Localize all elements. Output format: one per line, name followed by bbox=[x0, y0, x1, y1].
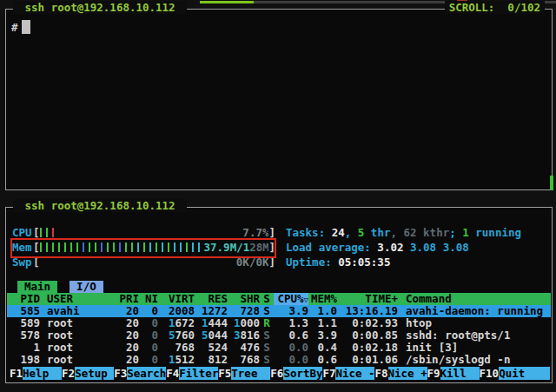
fn-key-f9: F9 bbox=[427, 367, 440, 380]
meter-bar bbox=[156, 243, 157, 252]
number-rest: 044 bbox=[208, 329, 228, 342]
text-segment: Load average: bbox=[286, 241, 377, 254]
cell-value: 476 bbox=[240, 342, 260, 354]
mem-meter: Mem[37.9M/128M] bbox=[12, 241, 275, 254]
meter-bar bbox=[162, 243, 163, 252]
cell-cmd: avahi-daemon: running bbox=[398, 305, 551, 317]
fn-key-f1: F1 bbox=[10, 367, 23, 380]
cell-value: 0 bbox=[151, 305, 158, 317]
cell-value: 768 bbox=[175, 342, 195, 354]
swp-meter-label: Swp bbox=[12, 256, 33, 269]
cell-res: 1444 bbox=[195, 317, 228, 329]
table-row[interactable]: 1root200768524476S0.00.40:02.18init [3] bbox=[7, 342, 551, 354]
fn-button-setup[interactable]: Setup bbox=[75, 367, 114, 380]
function-key-bar: F1HelpF2SetupF3SearchF4FilterF5TreeF6Sor… bbox=[10, 367, 550, 380]
column-header-label: S bbox=[263, 293, 270, 305]
meter-bar bbox=[180, 243, 182, 252]
cell-value: 0.4 bbox=[317, 342, 337, 354]
process-rows: 585avahi20020081272728S3.91.013:16.19ava… bbox=[7, 305, 551, 366]
cell-value: 0:00.85 bbox=[352, 329, 398, 342]
shell-prompt-line[interactable]: # bbox=[11, 20, 30, 34]
fn-button-tree[interactable]: Tree bbox=[231, 367, 270, 380]
cell-cpu: 1.3 bbox=[274, 317, 308, 329]
cell-mem: 0.4 bbox=[308, 342, 337, 354]
cpu-value: 0.0 bbox=[288, 354, 308, 366]
process-table-header[interactable]: PIDUSERPRINIVIRTRESSHRSCPU%▽MEM%TIME+Com… bbox=[7, 293, 551, 305]
text-segment: 05:05:35 bbox=[338, 256, 390, 269]
column-header-label: SHR bbox=[240, 293, 260, 305]
cell-virt: 1672 bbox=[158, 317, 195, 329]
cell-cmd: sshd: root@pts/1 bbox=[398, 329, 551, 342]
cell-value: 20 bbox=[126, 329, 139, 342]
cell-value: root bbox=[47, 342, 73, 354]
fn-button-filter[interactable]: Filter bbox=[179, 367, 218, 380]
meter-bar bbox=[89, 243, 90, 252]
meter-bar bbox=[119, 243, 121, 252]
meter-bar bbox=[95, 243, 96, 252]
column-header-res[interactable]: RES bbox=[195, 293, 228, 305]
column-header-shr[interactable]: SHR bbox=[228, 293, 260, 305]
meter-bar bbox=[52, 228, 54, 237]
summary-line: Load average: 3.02 3.08 3.08 bbox=[286, 241, 469, 254]
number-rest: 760 bbox=[175, 329, 195, 342]
table-row[interactable]: 578root200576050443816S0.63.90:00.85sshd… bbox=[7, 329, 551, 342]
text-segment: 0K/0K bbox=[236, 256, 269, 268]
column-header-mem[interactable]: MEM% bbox=[308, 293, 337, 305]
fn-button-quit[interactable]: Quit bbox=[499, 367, 550, 380]
fn-button-search[interactable]: Search bbox=[127, 367, 166, 380]
cell-shr: 728 bbox=[228, 305, 260, 317]
summary-line: Tasks: 24, 5 thr, 62 kthr; 1 running bbox=[286, 226, 521, 239]
cell-pri: 20 bbox=[113, 354, 139, 366]
cell-time: 0:02.18 bbox=[337, 342, 398, 354]
cell-value: 0.6 bbox=[317, 354, 337, 366]
number-rest: 672 bbox=[175, 317, 195, 329]
shell-prompt: # bbox=[11, 21, 18, 34]
fn-key-f8: F8 bbox=[374, 367, 387, 380]
fn-button-kill[interactable]: Kill bbox=[440, 367, 480, 380]
meter-line-swp: Swp[0K/0K]Uptime: 05:05:35 bbox=[12, 255, 548, 269]
cell-pid: 589 bbox=[12, 317, 40, 329]
cell-value: avahi-daemon: running bbox=[406, 305, 543, 317]
column-header-ni[interactable]: NI bbox=[139, 293, 158, 305]
cell-value: S bbox=[263, 305, 270, 317]
column-header-pid[interactable]: PID bbox=[12, 293, 40, 305]
cell-user: root bbox=[40, 342, 113, 354]
cell-mem: 1.1 bbox=[308, 317, 337, 329]
tab-main[interactable]: Main bbox=[17, 281, 57, 293]
column-header-label: RES bbox=[208, 293, 228, 305]
cell-cpu: 0.0 bbox=[274, 354, 308, 366]
column-header-pri[interactable]: PRI bbox=[113, 293, 139, 305]
column-header-time[interactable]: TIME+ bbox=[337, 293, 398, 305]
column-header-s[interactable]: S bbox=[260, 293, 274, 305]
column-header-cmd[interactable]: Command bbox=[398, 293, 551, 305]
cell-value: 0:02.93 bbox=[352, 317, 398, 329]
tab-io[interactable]: I/O bbox=[70, 281, 103, 293]
table-row[interactable]: 589root200167214441000R1.31.10:02.93htop bbox=[7, 317, 551, 329]
table-row[interactable]: 585avahi20020081272728S3.91.013:16.19ava… bbox=[7, 305, 551, 317]
cell-value: 1272 bbox=[202, 305, 228, 317]
column-header-virt[interactable]: VIRT bbox=[158, 293, 195, 305]
meter-bar bbox=[186, 243, 188, 252]
meter-bar bbox=[174, 243, 175, 252]
cell-value: htop bbox=[406, 317, 432, 329]
meter-bar bbox=[83, 243, 84, 252]
scroll-indicator: SCROLL: 0/102 bbox=[445, 1, 545, 14]
cell-virt: 5760 bbox=[158, 329, 195, 342]
fn-button-nice[interactable]: Nice + bbox=[388, 367, 427, 380]
cell-time: 0:00.85 bbox=[337, 329, 398, 342]
fn-key-f4: F4 bbox=[166, 367, 179, 380]
shell-pane: ssh root@192.168.10.112 SCROLL: 0/102 # bbox=[5, 9, 553, 190]
column-header-label: PRI bbox=[119, 293, 139, 305]
fn-key-f10: F10 bbox=[480, 367, 500, 380]
cell-value: 1.0 bbox=[317, 305, 337, 317]
fn-button-nice[interactable]: Nice - bbox=[335, 367, 374, 380]
column-header-user[interactable]: USER bbox=[40, 293, 113, 305]
cell-user: root bbox=[40, 317, 113, 329]
meter-line-cpu: CPU[7.7%]Tasks: 24, 5 thr, 62 kthr; 1 ru… bbox=[12, 225, 548, 240]
fn-button-help[interactable]: Help bbox=[23, 367, 62, 380]
column-header-cpu[interactable]: CPU%▽ bbox=[274, 293, 308, 305]
cell-user: avahi bbox=[40, 305, 113, 317]
meter-bar bbox=[40, 243, 42, 252]
fn-button-sortby[interactable]: SortBy bbox=[283, 367, 322, 380]
table-row[interactable]: 198root2001512812768S0.00.60:01.06/sbin/… bbox=[7, 354, 551, 366]
